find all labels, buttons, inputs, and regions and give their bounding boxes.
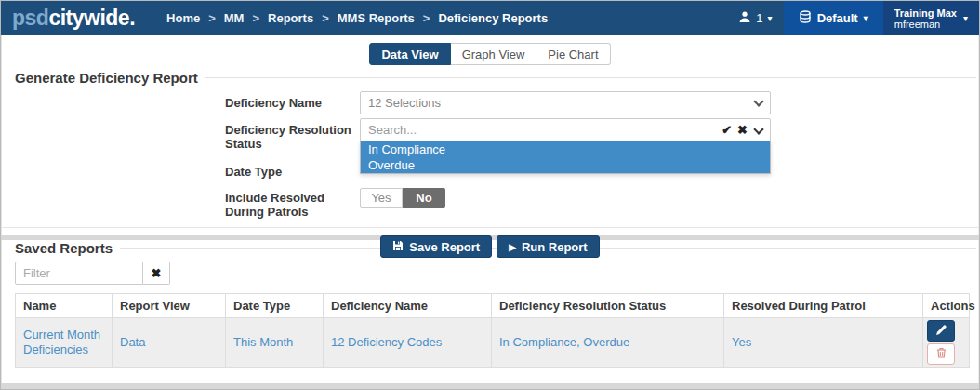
- breadcrumb-item-deficiency-reports[interactable]: Deficiency Reports: [438, 11, 548, 25]
- dropdown-option-in-compliance[interactable]: In Compliance: [361, 141, 770, 157]
- resolution-status-dropdown: In Compliance Overdue: [360, 141, 771, 174]
- user-icon: [738, 10, 751, 26]
- logo-prefix: psd: [12, 6, 48, 31]
- toggle-no-button[interactable]: No: [403, 188, 445, 208]
- breadcrumb-item-home[interactable]: Home: [166, 11, 200, 25]
- tab-graph-view[interactable]: Graph View: [451, 43, 537, 65]
- app-logo[interactable]: psdcitywide.: [12, 1, 135, 35]
- toggle-yes-button[interactable]: Yes: [360, 188, 403, 208]
- breadcrumb: Home > MM > Reports > MMS Reports > Defi…: [166, 1, 548, 35]
- resolved-during-patrol-cell[interactable]: Yes: [732, 335, 751, 349]
- generate-report-panel: Data View Graph View Pie Chart Generate …: [1, 35, 979, 235]
- report-name-link[interactable]: Current Month Deficiencies: [23, 328, 100, 356]
- resolution-status-search-input[interactable]: [368, 123, 716, 137]
- online-users-menu[interactable]: 1 ▾: [727, 1, 783, 35]
- col-header-deficiency-name: Deficiency Name: [324, 294, 492, 318]
- run-report-button[interactable]: ▶ Run Report: [497, 235, 599, 258]
- table-row: Current Month Deficiencies Data This Mon…: [16, 318, 970, 368]
- caret-down-icon: ▾: [864, 13, 868, 23]
- profile-username: mfreeman: [894, 19, 957, 30]
- top-navbar: psdcitywide. Home > MM > Reports > MMS R…: [1, 1, 979, 35]
- clear-all-icon[interactable]: ✖: [737, 124, 748, 136]
- default-db-label: Default: [817, 11, 858, 25]
- resolution-status-cell[interactable]: In Compliance, Overdue: [499, 335, 629, 349]
- deficiency-name-select[interactable]: 12 Selections: [360, 91, 771, 114]
- logo-main: citywide: [48, 6, 129, 31]
- form-actions: Save Report ▶ Run Report: [2, 235, 978, 258]
- deficiency-name-cell[interactable]: 12 Deficiency Codes: [331, 335, 442, 349]
- dropdown-option-overdue[interactable]: Overdue: [361, 157, 770, 173]
- caret-down-icon: ▾: [768, 13, 773, 23]
- edit-report-button[interactable]: [927, 320, 955, 342]
- deficiency-name-value: 12 Selections: [368, 96, 755, 110]
- include-resolved-toggle: Yes No: [360, 188, 771, 208]
- select-all-icon[interactable]: ✔: [722, 124, 732, 136]
- col-header-name: Name: [16, 294, 113, 318]
- delete-report-button[interactable]: [927, 343, 955, 365]
- deficiency-name-label: Deficiency Name: [225, 91, 360, 114]
- form-divider: [2, 227, 978, 228]
- saved-reports-panel: Saved Reports ✖ Name Report View Date Ty…: [1, 240, 979, 383]
- resolution-status-search-box: ✔ ✖: [360, 118, 771, 141]
- caret-down-icon: ▾: [963, 13, 968, 23]
- table-header-row: Name Report View Date Type Deficiency Na…: [16, 294, 970, 318]
- database-icon: [799, 10, 812, 27]
- online-user-count: 1: [756, 11, 762, 25]
- navbar-right: 1 ▾ Default ▾ Training Max mfreeman ▾: [727, 1, 979, 35]
- col-header-date-type: Date Type: [226, 294, 324, 318]
- view-tabs: Data View Graph View Pie Chart: [2, 35, 978, 65]
- report-view-value[interactable]: Data: [120, 335, 145, 349]
- saved-reports-filter: ✖: [2, 262, 978, 285]
- app-window: psdcitywide. Home > MM > Reports > MMS R…: [0, 0, 980, 390]
- date-type-value[interactable]: This Month: [233, 335, 293, 349]
- breadcrumb-item-mm[interactable]: MM: [224, 11, 245, 25]
- generate-report-title: Generate Deficiency Report: [2, 70, 978, 86]
- breadcrumb-item-reports[interactable]: Reports: [268, 11, 313, 25]
- save-report-button[interactable]: Save Report: [380, 235, 492, 258]
- save-icon: [392, 240, 404, 254]
- chevron-down-icon: [753, 96, 763, 106]
- pencil-icon: [936, 324, 947, 338]
- play-icon: ▶: [509, 242, 516, 252]
- deficiency-report-form: Deficiency Name 12 Selections Deficiency…: [2, 86, 978, 219]
- col-header-resolution-status: Deficiency Resolution Status: [492, 294, 724, 318]
- user-profile-menu[interactable]: Training Max mfreeman ▾: [883, 1, 979, 35]
- profile-name: Training Max: [894, 7, 957, 19]
- trash-icon: [936, 347, 947, 361]
- clear-icon: ✖: [152, 266, 162, 280]
- col-header-actions: Actions: [923, 294, 970, 318]
- chevron-down-icon[interactable]: [753, 124, 763, 134]
- breadcrumb-item-mms-reports[interactable]: MMS Reports: [338, 11, 415, 25]
- resolution-status-label: Deficiency Resolution Status: [225, 118, 360, 151]
- saved-reports-table: Name Report View Date Type Deficiency Na…: [15, 293, 970, 368]
- filter-clear-button[interactable]: ✖: [143, 262, 170, 285]
- col-header-report-view: Report View: [113, 294, 226, 318]
- tab-data-view[interactable]: Data View: [369, 43, 450, 65]
- filter-input[interactable]: [15, 262, 143, 285]
- tab-pie-chart[interactable]: Pie Chart: [536, 43, 610, 65]
- col-header-resolved-during-patrol: Resolved During Patrol: [724, 294, 923, 318]
- date-type-label: Date Type: [225, 160, 360, 182]
- include-resolved-label: Include Resolved During Patrols: [225, 186, 360, 219]
- default-database-menu[interactable]: Default ▾: [784, 1, 883, 35]
